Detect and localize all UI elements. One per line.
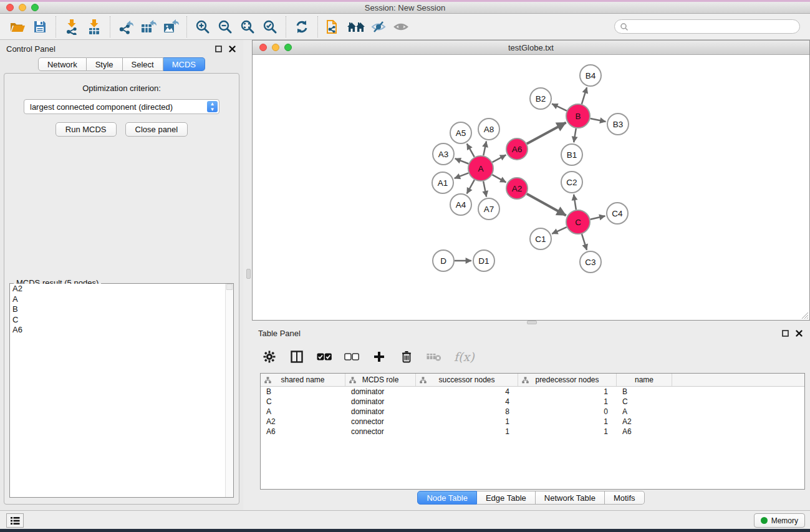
vertical-splitter-grip[interactable] [246, 269, 251, 279]
column-header-MCDS-role[interactable]: MCDS role [345, 374, 416, 386]
edge-C-C2[interactable] [574, 195, 576, 210]
float-panel-icon[interactable] [213, 44, 223, 54]
cell-successor-nodes[interactable]: 1 [416, 427, 518, 436]
result-item[interactable]: A [10, 294, 233, 305]
cell-predecessor-nodes[interactable]: 1 [518, 397, 617, 406]
cell-predecessor-nodes[interactable]: 1 [518, 417, 617, 426]
table-row[interactable]: A2connector11A2 [261, 417, 804, 427]
edge-A-A7[interactable] [483, 181, 486, 197]
tab-network[interactable]: Network [38, 57, 87, 71]
result-scrollbar[interactable] [225, 284, 233, 497]
cell-name[interactable]: A [617, 407, 672, 416]
create-column-button[interactable] [372, 349, 387, 364]
cell-name[interactable]: A2 [617, 417, 672, 426]
cell-shared-name[interactable]: C [261, 397, 345, 406]
edge-A-A2[interactable] [492, 175, 506, 182]
table-row[interactable]: Bdominator41B [261, 387, 804, 397]
cell-name[interactable]: A6 [617, 427, 672, 436]
column-header-predecessor-nodes[interactable]: predecessor nodes [518, 374, 617, 386]
export-network-button[interactable] [115, 16, 137, 37]
export-table-button[interactable] [137, 16, 160, 37]
cell-successor-nodes[interactable]: 4 [416, 387, 518, 396]
edge-B-B2[interactable] [552, 104, 567, 110]
new-network-from-selection-button[interactable] [322, 16, 345, 37]
import-table-button[interactable] [83, 16, 105, 37]
edge-A-A5[interactable] [467, 143, 475, 157]
edge-A2-C[interactable] [527, 194, 566, 216]
edge-A-A6[interactable] [493, 155, 506, 162]
network-window-titlebar[interactable]: testGlobe.txt [253, 41, 809, 55]
tab-mcds[interactable]: MCDS [163, 57, 205, 71]
network-canvas[interactable]: AA1A3A4A5A7A8A6A2BB1B2B3B4CC1C2C3C4DD1 [253, 55, 809, 320]
run-mcds-button[interactable]: Run MCDS [55, 122, 117, 137]
result-item[interactable]: C [10, 315, 233, 326]
edge-A-A4[interactable] [467, 180, 475, 193]
column-header-successor-nodes[interactable]: successor nodes [416, 374, 518, 386]
cell-successor-nodes[interactable]: 8 [416, 407, 518, 416]
search-input[interactable] [629, 22, 794, 31]
cell-shared-name[interactable]: A2 [261, 417, 345, 426]
tab-select[interactable]: Select [123, 57, 163, 71]
cell-shared-name[interactable]: B [261, 387, 345, 396]
edge-A-A3[interactable] [455, 158, 469, 163]
home-button[interactable] [345, 16, 367, 37]
column-header-name[interactable]: name [617, 374, 672, 386]
memory-button[interactable]: Memory [754, 513, 805, 528]
delete-table-button[interactable] [427, 349, 441, 364]
table-row[interactable]: A6connector11A6 [261, 427, 804, 437]
column-header-shared-name[interactable]: shared name [261, 374, 345, 386]
zoom-fit-button[interactable] [236, 16, 259, 37]
show-all-button[interactable] [390, 16, 412, 37]
edge-A6-B[interactable] [527, 122, 566, 143]
cell-MCDS-role[interactable]: dominator [345, 407, 416, 416]
export-image-button[interactable] [160, 16, 182, 37]
delete-column-button[interactable] [399, 349, 414, 364]
tab-edge-table[interactable]: Edge Table [477, 491, 536, 505]
edge-C-C3[interactable] [582, 234, 587, 250]
cell-name[interactable]: B [617, 387, 672, 396]
zoom-in-button[interactable] [191, 16, 214, 37]
cell-MCDS-role[interactable]: dominator [345, 397, 416, 406]
edge-A-A1[interactable] [455, 173, 469, 178]
close-panel-icon[interactable] [227, 44, 237, 54]
task-history-button[interactable] [6, 513, 24, 528]
import-network-button[interactable] [60, 16, 83, 37]
cell-MCDS-role[interactable]: connector [345, 417, 416, 426]
cell-predecessor-nodes[interactable]: 0 [518, 407, 617, 416]
close-panel-icon[interactable] [794, 328, 804, 338]
select-all-button[interactable] [317, 349, 332, 364]
zoom-selected-button[interactable] [259, 16, 281, 37]
tab-node-table[interactable]: Node Table [417, 491, 477, 505]
close-panel-button[interactable]: Close panel [125, 122, 188, 137]
resize-grip-icon[interactable] [801, 311, 808, 319]
zoom-out-button[interactable] [214, 16, 236, 37]
cell-successor-nodes[interactable]: 1 [416, 417, 518, 426]
result-item[interactable]: A2 [10, 284, 233, 294]
show-column-panel-button[interactable] [289, 349, 304, 364]
cell-successor-nodes[interactable]: 4 [416, 397, 518, 406]
mcds-result-list[interactable]: A2ABCA6 [10, 284, 233, 497]
search-box[interactable] [614, 19, 800, 34]
criterion-select[interactable]: largest connected component (directed) ▲… [24, 99, 219, 114]
tab-network-table[interactable]: Network Table [536, 491, 605, 505]
edge-A-A8[interactable] [483, 142, 486, 156]
tab-motifs[interactable]: Motifs [605, 491, 645, 505]
cell-predecessor-nodes[interactable]: 1 [518, 387, 617, 396]
edge-B-B1[interactable] [574, 128, 576, 143]
table-row[interactable]: Adominator80A [261, 407, 804, 417]
edge-C-C4[interactable] [591, 216, 605, 219]
cell-shared-name[interactable]: A [261, 407, 345, 416]
save-session-button[interactable] [29, 16, 51, 37]
cell-MCDS-role[interactable]: connector [345, 427, 416, 436]
cell-predecessor-nodes[interactable]: 1 [518, 427, 617, 436]
edge-B-B3[interactable] [591, 118, 606, 122]
cell-shared-name[interactable]: A6 [261, 427, 345, 436]
function-builder-button[interactable]: f(x) [454, 350, 475, 364]
tab-style[interactable]: Style [87, 57, 123, 71]
result-item[interactable]: B [10, 304, 233, 315]
table-settings-button[interactable] [262, 349, 277, 364]
edge-C-C1[interactable] [552, 227, 567, 234]
cell-MCDS-role[interactable]: dominator [345, 387, 416, 396]
refresh-button[interactable] [291, 16, 313, 37]
float-panel-icon[interactable] [780, 328, 790, 338]
